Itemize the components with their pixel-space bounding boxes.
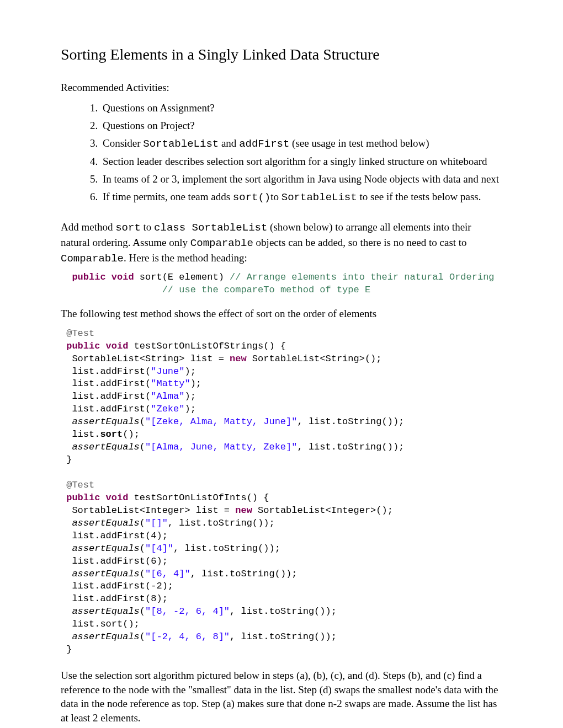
- code-string: "Matty": [151, 378, 190, 389]
- code-text: list.addFirst(8);: [61, 593, 168, 604]
- code-comment: // Arrange elements into their natural O…: [230, 272, 494, 282]
- code-text: (: [140, 569, 145, 579]
- code-bold: sort: [100, 429, 123, 440]
- code-text: list.addFirst(: [61, 391, 151, 402]
- code-inline: sort: [115, 222, 141, 234]
- activities-list: Questions on Assignment? Questions on Pr…: [100, 101, 502, 205]
- code-text: );: [190, 378, 201, 389]
- code-text: (: [140, 631, 145, 642]
- code-string: "[-2, 4, 6, 8]": [145, 631, 230, 642]
- code-string: "[Alma, June, Matty, Zeke]": [145, 442, 297, 452]
- code-italic: assertEquals: [72, 543, 139, 554]
- code-string: "[8, -2, 6, 4]": [145, 606, 230, 617]
- body-paragraph: Use the selection sort algorithm picture…: [61, 668, 502, 725]
- code-inline: SortableList: [282, 191, 357, 204]
- body-text: . Here is the method heading:: [124, 252, 247, 264]
- code-italic: assertEquals: [72, 631, 139, 642]
- code-text: sort(E element): [134, 272, 230, 282]
- code-string: "[Zeke, Alma, Matty, June]": [145, 416, 297, 427]
- code-text: (: [140, 416, 145, 427]
- list-text: to: [270, 191, 282, 202]
- code-text: SortableList<Integer> list =: [61, 505, 235, 516]
- body-text: objects can be added, so there is no nee…: [253, 237, 467, 248]
- list-text: to see if the tests below pass.: [357, 191, 481, 202]
- code-text: list.addFirst(6);: [61, 556, 168, 566]
- code-inline: addFirst: [239, 138, 289, 150]
- code-string: "Alma": [151, 391, 184, 402]
- code-italic: assertEquals: [72, 442, 139, 452]
- code-text: (: [140, 606, 145, 617]
- code-inline: Comparable: [190, 237, 253, 249]
- code-text: , list.toString());: [230, 606, 337, 617]
- body-text: Add method: [61, 221, 115, 233]
- list-item: Consider SortableList and addFirst (see …: [100, 136, 502, 152]
- code-string: "[6, 4]": [145, 569, 190, 579]
- code-text: list.addFirst(-2);: [61, 581, 173, 591]
- code-italic: assertEquals: [72, 416, 139, 427]
- code-keyword: public void: [72, 272, 134, 282]
- code-string: "Zeke": [151, 404, 184, 414]
- code-text: );: [184, 404, 195, 414]
- code-text: SortableList<String> list =: [61, 354, 230, 364]
- code-text: SortableList<String>();: [247, 354, 382, 364]
- page-title: Sorting Elements in a Singly Linked Data…: [61, 44, 502, 65]
- code-text: );: [184, 391, 195, 402]
- code-text: list.addFirst(4);: [61, 531, 168, 541]
- list-item: In teams of 2 or 3, implement the sort a…: [100, 172, 502, 186]
- list-item: Section leader describes selection sort …: [100, 154, 502, 169]
- code-inline: Comparable: [61, 253, 124, 265]
- body-paragraph: The following test method shows the effe…: [61, 307, 502, 321]
- body-paragraph: Add method sort to class SortableList (s…: [61, 220, 502, 266]
- code-text: (: [140, 543, 145, 554]
- code-italic: assertEquals: [72, 606, 139, 617]
- code-text: , list.toString());: [190, 569, 298, 579]
- code-text: testSortOnListOfInts() {: [128, 493, 269, 503]
- code-annotation: @Test: [66, 480, 94, 490]
- code-text: , list.toString());: [173, 543, 280, 554]
- code-block: @Test public void testSortOnListOfString…: [61, 328, 502, 656]
- code-text: list.addFirst(: [61, 378, 151, 389]
- list-text: Consider: [103, 137, 143, 149]
- method-signature: public void sort(E element) // Arrange e…: [61, 271, 502, 297]
- body-text: to: [141, 221, 154, 233]
- code-inline: class SortableList: [154, 222, 267, 234]
- code-italic: assertEquals: [72, 569, 139, 579]
- code-keyword: new: [230, 354, 247, 364]
- code-text: list.addFirst(: [61, 404, 151, 414]
- code-text: , list.toString());: [230, 631, 337, 642]
- code-text: ();: [123, 429, 140, 440]
- code-text: list.: [61, 429, 100, 440]
- code-text: , list.toString());: [168, 518, 275, 528]
- code-keyword: public void: [66, 341, 128, 351]
- code-keyword: new: [235, 505, 252, 516]
- list-text: and: [219, 137, 239, 149]
- recommended-label: Recommended Activities:: [61, 81, 502, 95]
- code-comment: // use the compareTo method of type E: [162, 285, 370, 295]
- code-inline: SortableList: [143, 138, 219, 150]
- code-text: (: [140, 518, 145, 528]
- code-text: list.addFirst(: [61, 366, 151, 377]
- code-text: , list.toString());: [297, 442, 404, 452]
- code-text: }: [61, 454, 72, 465]
- code-annotation: @Test: [66, 328, 94, 339]
- code-text: list.sort();: [61, 619, 140, 629]
- code-text: }: [61, 644, 72, 655]
- code-text: SortableList<Integer>();: [252, 505, 393, 516]
- code-string: "June": [151, 366, 184, 377]
- code-text: );: [184, 366, 195, 377]
- list-item: If time permits, one team adds sort()to …: [100, 190, 502, 205]
- code-text: , list.toString());: [297, 416, 404, 427]
- code-keyword: public void: [66, 493, 128, 503]
- code-text: testSortOnListOfStrings() {: [128, 341, 286, 351]
- list-text: If time permits, one team adds: [103, 191, 233, 202]
- list-item: Questions on Project?: [100, 119, 502, 133]
- code-string: "[]": [145, 518, 168, 528]
- code-italic: assertEquals: [72, 518, 139, 528]
- code-inline: sort(): [233, 191, 270, 204]
- list-text: (see usage in test method below): [289, 137, 429, 149]
- list-item: Questions on Assignment?: [100, 101, 502, 115]
- code-string: "[4]": [145, 543, 173, 554]
- code-text: (: [140, 442, 145, 452]
